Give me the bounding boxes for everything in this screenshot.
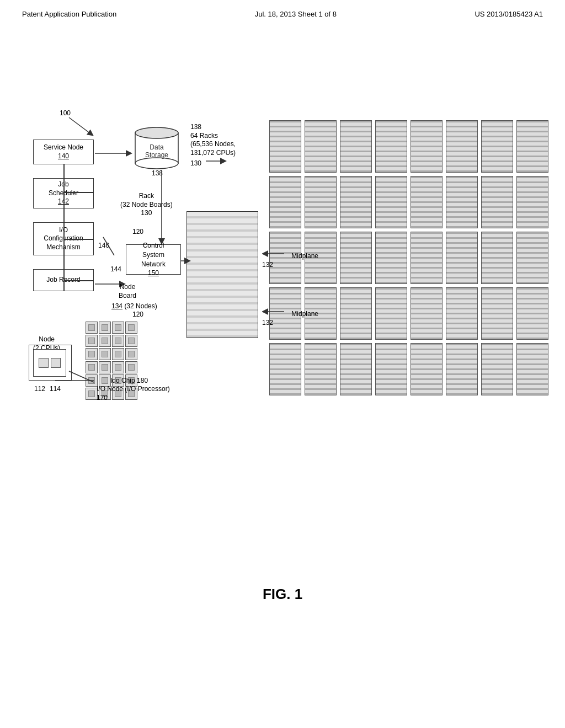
midplane1-arrow	[262, 250, 290, 258]
node-board-nodes-text: (32 Nodes)	[124, 302, 157, 310]
rack-unit	[446, 176, 478, 228]
svg-point-3	[135, 127, 178, 138]
node-cell	[99, 361, 111, 373]
rack-unit	[375, 287, 407, 340]
rack-unit	[269, 120, 301, 173]
rack-unit	[340, 120, 372, 173]
ido-chip-label: Ido Chip 180	[110, 377, 148, 386]
control-to-rack-arrow	[181, 255, 192, 266]
node-cell	[86, 388, 98, 400]
rack-title: Rack	[139, 192, 154, 200]
rack-unit	[516, 232, 548, 284]
io-node-ref: 170	[97, 394, 108, 402]
header-center: Jul. 18, 2013 Sheet 1 of 8	[255, 10, 337, 18]
svg-line-0	[69, 117, 91, 134]
rack-unit	[481, 343, 513, 395]
node-cell	[99, 348, 111, 360]
node-ref-120-bottom: 120	[132, 311, 143, 319]
midplane1-text: Midplane	[291, 252, 318, 260]
svg-line-15	[69, 371, 94, 382]
h-line-scheduler	[63, 192, 94, 193]
service-to-storage-arrow	[95, 148, 135, 159]
midplane2-text: Midplane	[291, 310, 318, 318]
h-line-io	[63, 239, 94, 240]
node-cell	[112, 335, 124, 347]
main-ref-arrow	[63, 115, 97, 137]
racks-cpus: 131,072 CPUs)	[190, 149, 236, 157]
node-board-rack	[186, 211, 258, 338]
node-cell	[99, 335, 111, 347]
io-to-control-line	[95, 234, 128, 259]
midplane2-arrow	[262, 308, 290, 316]
node-board-text: NodeBoard	[119, 283, 136, 299]
rack-unit	[516, 176, 548, 228]
svg-point-2	[135, 158, 178, 169]
racks-ref-138: 138	[190, 123, 201, 131]
rack-unit	[516, 343, 548, 395]
rack-unit	[340, 232, 372, 284]
rack-unit	[269, 176, 301, 228]
node-to-ionode-arrow	[63, 368, 99, 388]
racks-info-label: 138 64 Racks (65,536 Nodes, 131,072 CPUs…	[190, 123, 236, 168]
node-ref-120-top: 120	[132, 228, 143, 237]
ref-112: 112	[34, 385, 45, 394]
left-connector-line	[63, 164, 65, 291]
racks-count: 64 Racks	[190, 132, 218, 140]
ref-144: 144	[110, 265, 121, 274]
rack-unit	[411, 120, 443, 173]
midplane2-label: Midplane 132	[262, 308, 318, 327]
rack-unit	[305, 176, 337, 228]
node-cell	[125, 322, 137, 334]
header-left: Patent Application Publication	[22, 10, 116, 18]
service-node-label: Service Node	[44, 143, 83, 152]
figure-label: FIG. 1	[263, 586, 302, 603]
node-cell	[99, 322, 111, 334]
rack-ref-arrow	[206, 157, 228, 165]
rack-unit	[481, 176, 513, 228]
node-cell	[112, 322, 124, 334]
rack-unit	[446, 287, 478, 340]
node-board-label: NodeBoard	[119, 283, 136, 300]
rack-unit	[305, 343, 337, 395]
control-system-ref: 150	[141, 269, 166, 278]
node-board-nodes-label: 134 (32 Nodes)	[111, 302, 157, 311]
rack-unit	[411, 176, 443, 228]
rack-unit	[340, 176, 372, 228]
rack-label: Rack (32 Node Boards) 130	[120, 192, 173, 218]
rack-unit	[269, 343, 301, 395]
rack-unit	[375, 343, 407, 395]
rack-unit	[375, 120, 407, 173]
page-header: Patent Application Publication Jul. 18, …	[0, 0, 565, 24]
node-cell	[112, 348, 124, 360]
rack-unit	[446, 120, 478, 173]
rack-unit	[375, 176, 407, 228]
midplane2-ref: 132	[262, 319, 273, 326]
rack-unit	[446, 232, 478, 284]
node-cell	[125, 335, 137, 347]
node-board-ref: 134	[111, 302, 122, 310]
node-cell	[112, 361, 124, 373]
rack-unit	[481, 232, 513, 284]
control-system-box: ControlSystemNetwork 150	[126, 244, 181, 275]
header-right: US 2013/0185423 A1	[475, 10, 543, 18]
service-node-ref: 140	[44, 152, 83, 161]
rack-unit	[411, 232, 443, 284]
svg-text:Data: Data	[150, 143, 164, 151]
io-node-text: I/O Node (I/O Processor)	[97, 385, 170, 393]
h-line-jobrecord	[63, 280, 94, 281]
rack-unit	[411, 287, 443, 340]
rack-unit	[516, 120, 548, 173]
rack-unit	[481, 287, 513, 340]
node-cell	[86, 322, 98, 334]
midplane1-label: Midplane 132	[262, 250, 318, 269]
rack-stripes	[187, 212, 258, 338]
rack-node-boards: (32 Node Boards)	[120, 201, 173, 208]
rack-ref-130: 130	[141, 209, 152, 217]
rack-unit	[305, 120, 337, 173]
node-cell	[86, 348, 98, 360]
control-system-label: ControlSystemNetwork	[141, 241, 166, 269]
service-node-box: Service Node 140	[33, 140, 94, 164]
rack-unit	[340, 287, 372, 340]
io-node-label: I/O Node (I/O Processor) 170	[97, 385, 170, 402]
node-cell	[86, 335, 98, 347]
